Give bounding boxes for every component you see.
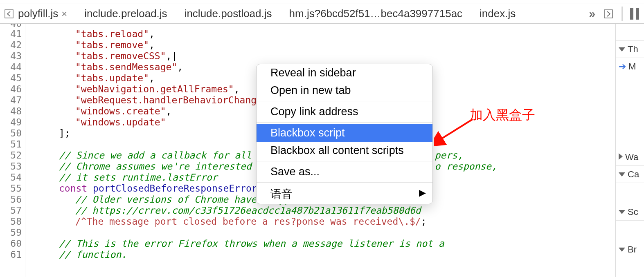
- threads-pane[interactable]: Th: [616, 41, 644, 58]
- annotation-text: 加入黑盒子: [470, 106, 535, 124]
- context-menu-item[interactable]: Blackbox script: [257, 124, 432, 142]
- file-tab-label: hm.js?6bcd52f51…bec4a3997715ac: [289, 7, 463, 20]
- context-menu-item[interactable]: 语音▶: [257, 184, 432, 204]
- annotation-arrow-icon: [434, 115, 479, 152]
- context-menu: Reveal in sidebarOpen in new tabCopy lin…: [256, 64, 433, 204]
- svg-line-2: [440, 119, 473, 140]
- debugger-toolbar: [616, 24, 644, 41]
- debugger-side-panel: Th ➔M Wa Ca Sc Br: [616, 24, 644, 277]
- more-tabs-icon[interactable]: »: [589, 7, 595, 20]
- context-menu-item[interactable]: Blackbox all content scripts: [257, 142, 432, 159]
- file-tab-index-js[interactable]: index.js: [480, 7, 516, 20]
- file-tab-polyfill[interactable]: polyfill.js ×: [18, 7, 67, 20]
- svg-rect-0: [5, 10, 13, 18]
- file-tab-label: include.preload.js: [84, 7, 167, 20]
- context-menu-item[interactable]: Save as...: [257, 163, 432, 181]
- file-tab-label: include.postload.js: [185, 7, 272, 20]
- file-tab-include-postload[interactable]: include.postload.js: [185, 7, 272, 20]
- svg-rect-1: [604, 10, 612, 18]
- thread-item[interactable]: ➔M: [616, 58, 644, 75]
- file-tab-label: polyfill.js: [18, 7, 58, 20]
- context-menu-item[interactable]: Copy link address: [257, 103, 432, 121]
- file-tab-label: index.js: [480, 7, 516, 20]
- close-icon[interactable]: ×: [61, 8, 67, 20]
- watch-pane[interactable]: Wa: [616, 149, 644, 166]
- devtools-tabs: Network Performance Memory Application S…: [0, 0, 644, 4]
- breakpoints-pane[interactable]: Br: [616, 241, 644, 258]
- line-gutter: 4041424344454647484950515253545556575859…: [0, 24, 25, 277]
- nav-next-icon[interactable]: [603, 8, 614, 20]
- context-menu-item[interactable]: Reveal in sidebar: [257, 64, 432, 82]
- context-menu-item[interactable]: Open in new tab: [257, 82, 432, 99]
- file-tab-include-preload[interactable]: include.preload.js: [84, 7, 167, 20]
- callstack-pane[interactable]: Ca: [616, 166, 644, 183]
- file-tab-hm-js[interactable]: hm.js?6bcd52f51…bec4a3997715ac: [289, 7, 463, 20]
- pause-icon[interactable]: [630, 8, 639, 20]
- nav-prev-icon[interactable]: [3, 8, 15, 20]
- file-tab-bar: polyfill.js × include.preload.js include…: [0, 4, 644, 24]
- scope-pane[interactable]: Sc: [616, 203, 644, 221]
